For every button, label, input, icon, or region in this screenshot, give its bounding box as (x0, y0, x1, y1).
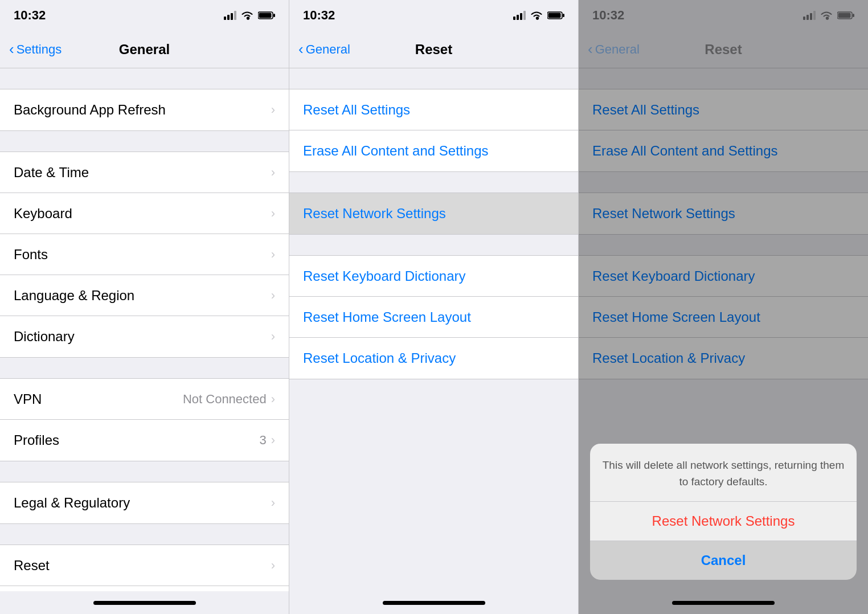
left-panel: 10:32 ‹ Se (0, 0, 289, 614)
chevron-icon: › (271, 558, 275, 573)
svg-rect-12 (563, 14, 564, 17)
status-time-middle: 10:32 (303, 8, 335, 23)
back-label-middle: General (306, 42, 350, 57)
back-chevron-left: ‹ (9, 42, 14, 56)
group-background: Background App Refresh › (0, 89, 289, 131)
svg-rect-3 (234, 11, 236, 20)
list-item-reset[interactable]: Reset › (0, 545, 289, 586)
middle-panel: 10:32 ‹ General Reset (289, 0, 579, 614)
item-right: Not Connected › (183, 392, 275, 407)
item-label: Reset Home Screen Layout (303, 309, 471, 325)
item-right: › (271, 206, 275, 221)
item-label: Legal & Regulatory (14, 495, 130, 511)
item-label: Date & Time (14, 165, 89, 181)
section-gap-1 (0, 68, 289, 89)
group-reset-more: Reset Keyboard Dictionary Reset Home Scr… (289, 255, 578, 379)
chevron-icon: › (271, 433, 275, 448)
list-item-legal[interactable]: Legal & Regulatory › (0, 482, 289, 523)
alert-cancel-button[interactable]: Cancel (590, 541, 857, 580)
status-icons-middle (513, 11, 564, 20)
signal-icon (513, 11, 526, 20)
item-right: › (271, 165, 275, 180)
svg-rect-1 (227, 15, 230, 20)
list-item-reset-network[interactable]: Reset Network Settings (289, 193, 578, 234)
nav-bar-middle: ‹ General Reset (289, 31, 578, 68)
back-label-left: Settings (17, 42, 62, 57)
status-bar-left: 10:32 (0, 0, 289, 31)
list-item-reset-home-screen[interactable]: Reset Home Screen Layout (289, 297, 578, 338)
svg-rect-13 (548, 13, 561, 18)
list-item-keyboard[interactable]: Keyboard › (0, 193, 289, 234)
home-bar (93, 601, 196, 605)
item-label: VPN (14, 391, 42, 407)
list-item-reset-keyboard[interactable]: Reset Keyboard Dictionary (289, 256, 578, 297)
list-item-reset-all-settings[interactable]: Reset All Settings (289, 89, 578, 130)
item-label: Reset Keyboard Dictionary (303, 268, 465, 284)
svg-rect-2 (231, 13, 233, 20)
item-label: Erase All Content and Settings (303, 143, 489, 159)
chevron-icon: › (271, 165, 275, 180)
item-label: Reset All Settings (303, 102, 410, 118)
alert-dialog: This will delete all network settings, r… (590, 444, 857, 580)
chevron-icon: › (271, 329, 275, 344)
home-bar (383, 601, 485, 605)
section-gap-2 (0, 131, 289, 152)
list-item-shutdown[interactable]: Shut Down (0, 586, 289, 591)
list-item-erase-all[interactable]: Erase All Content and Settings (289, 130, 578, 171)
section-gap-m2 (289, 172, 578, 193)
item-right: › (271, 329, 275, 344)
back-chevron-middle: ‹ (298, 42, 304, 56)
list-item-profiles[interactable]: Profiles 3 › (0, 420, 289, 461)
item-label: Reset Network Settings (303, 206, 446, 222)
group-vpn: VPN Not Connected › Profiles 3 › (0, 378, 289, 461)
battery-icon (258, 11, 275, 20)
svg-rect-10 (523, 11, 526, 20)
alert-reset-network-button[interactable]: Reset Network Settings (590, 502, 857, 541)
svg-rect-5 (273, 14, 275, 17)
home-indicator-middle (289, 591, 578, 614)
chevron-icon: › (271, 288, 275, 303)
vpn-value: Not Connected (183, 392, 267, 407)
status-bar-middle: 10:32 (289, 0, 578, 31)
reset-list-middle: Reset All Settings Erase All Content and… (289, 68, 578, 591)
section-gap-m3 (289, 235, 578, 255)
item-label: Reset (14, 558, 50, 574)
list-item-date-time[interactable]: Date & Time › (0, 152, 289, 193)
list-item-language-region[interactable]: Language & Region › (0, 275, 289, 316)
section-gap-m1 (289, 68, 578, 89)
item-label: Dictionary (14, 329, 75, 345)
svg-rect-0 (224, 17, 226, 20)
profiles-value: 3 (259, 433, 266, 448)
group-reset-network: Reset Network Settings (289, 193, 578, 235)
chevron-icon: › (271, 496, 275, 510)
item-label: Keyboard (14, 206, 72, 222)
chevron-icon: › (271, 103, 275, 117)
item-right: › (271, 247, 275, 262)
section-gap-3 (0, 358, 289, 378)
chevron-icon: › (271, 206, 275, 221)
alert-message: This will delete all network settings, r… (590, 444, 857, 502)
item-label: Profiles (14, 432, 59, 448)
item-right: › (271, 103, 275, 117)
list-item-vpn[interactable]: VPN Not Connected › (0, 379, 289, 420)
item-label: Reset Location & Privacy (303, 350, 456, 366)
svg-rect-7 (513, 17, 515, 20)
section-gap-5 (0, 524, 289, 545)
list-item-background-app-refresh[interactable]: Background App Refresh › (0, 89, 289, 130)
back-button-middle[interactable]: ‹ General (298, 42, 350, 57)
list-item-dictionary[interactable]: Dictionary › (0, 316, 289, 357)
nav-title-left: General (119, 42, 170, 58)
section-gap-4 (0, 461, 289, 482)
item-right: › (271, 558, 275, 573)
status-icons-left (224, 11, 275, 20)
list-item-reset-location[interactable]: Reset Location & Privacy (289, 338, 578, 379)
item-right: 3 › (259, 433, 275, 448)
nav-bar-left: ‹ Settings General (0, 31, 289, 68)
list-item-fonts[interactable]: Fonts › (0, 234, 289, 275)
svg-rect-8 (517, 15, 519, 20)
item-label: Fonts (14, 247, 48, 263)
group-legal: Legal & Regulatory › (0, 482, 289, 524)
item-label: Background App Refresh (14, 102, 166, 118)
back-button-left[interactable]: ‹ Settings (9, 42, 62, 57)
item-label: Language & Region (14, 288, 134, 304)
